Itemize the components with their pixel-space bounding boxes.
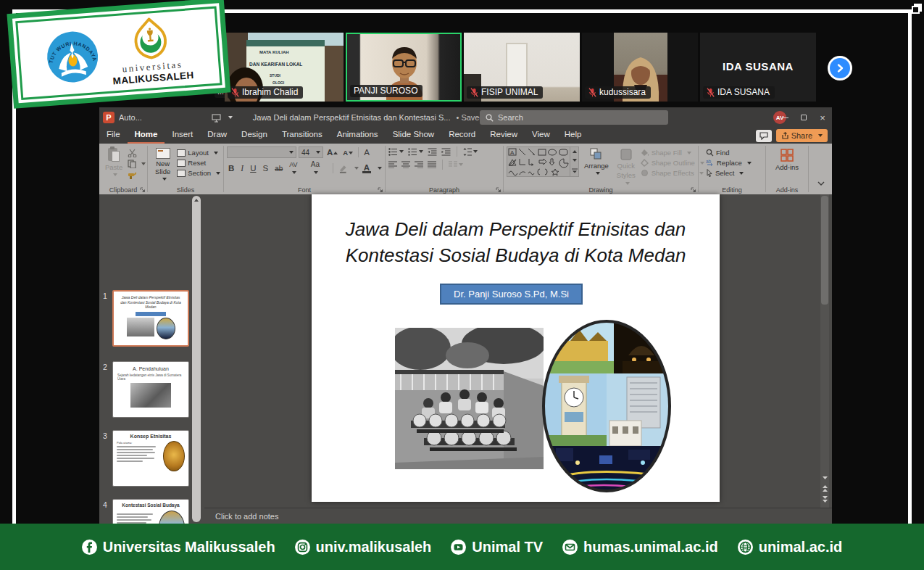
format-painter-icon[interactable]	[128, 170, 137, 179]
scrollbar-thumb[interactable]	[821, 196, 828, 305]
restore-button[interactable]	[794, 107, 813, 128]
font-color-button[interactable]: A	[362, 164, 371, 173]
previous-slide-button[interactable]	[820, 484, 829, 492]
close-button[interactable]: ×	[813, 107, 832, 128]
tab-slide-show[interactable]: Slide Show	[386, 128, 442, 144]
slide-title[interactable]: Jawa Deli dalam Perspektif Etnisitas dan…	[335, 216, 697, 268]
participant-name-label: IDA SUSANA	[703, 86, 775, 99]
font-size-combo[interactable]: 44	[299, 146, 323, 158]
copy-button[interactable]	[128, 160, 146, 168]
numbering-icon[interactable]	[408, 148, 417, 156]
shapes-scroll-down-icon[interactable]	[573, 159, 577, 162]
shape-effects-button[interactable]: Shape Effects	[641, 169, 704, 177]
tab-file[interactable]: File	[99, 128, 128, 144]
slide-scrollbar[interactable]	[820, 194, 829, 508]
chevron-right-icon	[835, 63, 845, 73]
align-left-icon[interactable]	[388, 161, 397, 168]
section-button[interactable]: Section	[177, 169, 220, 177]
thumbnail-slide-4[interactable]: Kontestasi Sosial Budaya	[112, 499, 189, 524]
clipboard-dialog-launcher-icon[interactable]	[140, 187, 146, 193]
start-slideshow-icon[interactable]	[212, 113, 221, 123]
justify-icon[interactable]	[428, 161, 436, 168]
italic-button[interactable]: I	[239, 164, 245, 173]
align-center-icon[interactable]	[401, 161, 410, 168]
columns-icon[interactable]	[449, 161, 457, 168]
reset-button[interactable]: Reset	[177, 159, 220, 167]
find-button[interactable]: Find	[706, 149, 762, 157]
tab-transitions[interactable]: Transitions	[275, 128, 330, 144]
current-slide[interactable]: Jawa Deli dalam Perspektif Etnisitas dan…	[312, 194, 720, 502]
underline-button[interactable]: U	[249, 164, 257, 173]
grow-font-button[interactable]: A	[325, 148, 339, 157]
decrease-indent-icon[interactable]	[428, 148, 437, 156]
tab-record[interactable]: Record	[441, 128, 483, 144]
slide-author-box[interactable]: Dr. Panji Suroso S.Pd, M.Si	[440, 284, 583, 305]
tile-background	[325, 46, 344, 102]
video-tile-kudussisara[interactable]: kudussisara	[582, 33, 698, 102]
scroll-up-icon[interactable]	[194, 199, 199, 202]
shape-outline-button[interactable]: Shape Outline	[641, 159, 704, 167]
notes-pane[interactable]: Click to add notes	[204, 508, 832, 524]
gallery-next-page-button[interactable]	[828, 56, 852, 80]
line-spacing-icon[interactable]	[463, 148, 472, 156]
share-button[interactable]: Share	[776, 129, 828, 142]
font-dialog-launcher-icon[interactable]	[378, 187, 383, 193]
video-tile-ibrahim-chalid[interactable]: MATA KULIAH DAN KEARIFAN LOKAL STUDI OLO…	[225, 33, 344, 102]
text-shadow-button[interactable]: S	[261, 164, 270, 173]
select-button[interactable]: Select	[706, 169, 762, 177]
participant-name: IDA SUSANA	[717, 87, 770, 97]
shape-fill-button[interactable]: Shape Fill	[641, 149, 704, 157]
shapes-more-icon[interactable]	[572, 168, 578, 173]
drawing-dialog-launcher-icon[interactable]	[691, 187, 696, 193]
thumb-title: Kontestasi Sosial Budaya	[113, 503, 188, 508]
tab-help[interactable]: Help	[557, 128, 589, 144]
paragraph-dialog-launcher-icon[interactable]	[496, 187, 501, 193]
minimize-button[interactable]	[775, 107, 794, 128]
video-tile-fisip-unimal[interactable]: FISIP UNIMAL	[464, 33, 580, 102]
thumbnail-slide-3[interactable]: Konsep Etnisitas Pola utama:	[112, 430, 189, 487]
historical-bw-photo[interactable]	[395, 328, 544, 469]
tab-animations[interactable]: Animations	[330, 128, 386, 144]
comments-button[interactable]	[756, 130, 772, 142]
shapes-scroll-up-icon[interactable]	[573, 150, 577, 153]
align-right-icon[interactable]	[415, 161, 423, 168]
footer-label: Universitas Malikussaleh	[103, 539, 275, 555]
thumb-title: A. Pendahuluan	[113, 366, 188, 371]
highlight-color-icon[interactable]	[338, 164, 348, 173]
increase-indent-icon[interactable]	[441, 148, 451, 156]
tab-review[interactable]: Review	[483, 128, 525, 144]
video-tile-panji-suroso[interactable]: PANJI SUROSO	[346, 33, 462, 102]
next-slide-button[interactable]	[820, 495, 829, 503]
replace-button[interactable]: ab Replace	[706, 159, 762, 167]
autosave-label[interactable]: Auto...	[119, 113, 142, 122]
bold-button[interactable]: B	[227, 164, 236, 173]
font-name-combo[interactable]	[227, 146, 296, 158]
cut-icon[interactable]	[128, 149, 137, 157]
footer-label: Unimal TV	[472, 539, 543, 555]
clear-formatting-button[interactable]: A	[362, 148, 371, 157]
tab-design[interactable]: Design	[234, 128, 275, 144]
restore-window-icon[interactable]	[911, 4, 922, 15]
medan-landmarks-collage[interactable]	[541, 319, 672, 493]
thumbnail-scrollbar[interactable]	[192, 196, 201, 522]
scroll-down-icon[interactable]	[820, 476, 829, 480]
quick-access-dropdown-icon[interactable]	[228, 116, 233, 119]
layout-button[interactable]: Layout	[177, 149, 220, 157]
tab-view[interactable]: View	[525, 128, 557, 144]
thumbnail-slide-1[interactable]: Jawa Deli dalam Perspektif Etnisitas dan…	[112, 290, 189, 347]
strikethrough-button[interactable]: ab	[273, 165, 284, 173]
tab-insert[interactable]: Insert	[165, 128, 200, 144]
shrink-font-button[interactable]: A	[341, 149, 354, 157]
add-ins-button[interactable]: Add-ins	[773, 146, 802, 173]
collapse-ribbon-icon[interactable]	[817, 175, 825, 189]
change-case-button[interactable]: Aa	[309, 160, 328, 176]
search-input[interactable]: Search	[480, 110, 668, 125]
thumbnail-slide-2[interactable]: A. Pendahuluan Sejarah kedatangan etnis …	[112, 361, 189, 418]
video-tile-ida-susana[interactable]: IDA SUSANA IDA SUSANA	[700, 33, 816, 102]
bullets-icon[interactable]	[388, 148, 398, 156]
tab-home[interactable]: Home	[128, 128, 165, 144]
shapes-gallery[interactable]: A	[507, 146, 579, 177]
ribbon-group-drawing: A	[504, 144, 698, 194]
character-spacing-button[interactable]: AV	[288, 161, 306, 175]
tab-draw[interactable]: Draw	[200, 128, 234, 144]
